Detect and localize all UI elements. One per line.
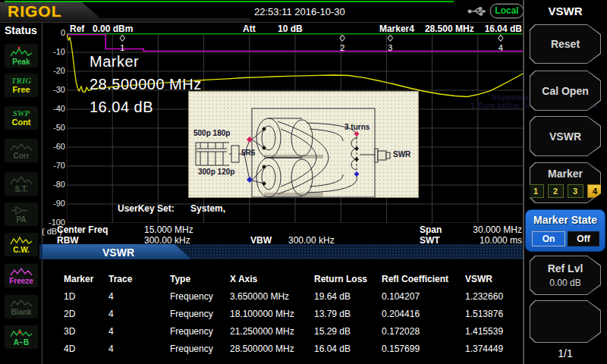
marker-readout-label: Marker4 <box>379 24 414 34</box>
function-banner: VSWR <box>39 244 524 259</box>
col-return-loss: Return Loss <box>314 274 367 284</box>
col-type: Type <box>170 274 190 284</box>
y-axis-tick: -20 <box>42 66 65 75</box>
marker-readout-amp: 16.04 dB <box>485 24 522 34</box>
marker-2-button[interactable]: 2 <box>548 184 564 198</box>
menu-title: VSWR <box>524 5 607 17</box>
y-axis-tick: -80 <box>42 180 65 189</box>
inset-turns-label: 3 turns <box>344 123 370 131</box>
inset-cap-bottom-label: 300p 120p <box>198 168 234 176</box>
ref-lvl-value: 0.00 dB <box>549 278 580 288</box>
status-trigger: TRIG Free <box>5 74 38 97</box>
center-freq-value: 15.000 MHz <box>144 224 193 235</box>
y-axis-tick: -90 <box>42 199 65 208</box>
preamp-icon <box>10 206 33 215</box>
waveform-ab-icon <box>10 328 33 338</box>
instrument-screen: RIGOL 22:53:11 2016-10-30 Local Status <box>0 0 607 364</box>
menu-divider <box>523 0 524 364</box>
col-xaxis: X Axis <box>230 274 257 284</box>
userkey-note: UserKey Set: System, <box>118 203 225 214</box>
marker-1-button[interactable]: 1 <box>528 184 544 198</box>
waveform-corr-icon <box>10 142 33 152</box>
status-pa: PA <box>5 202 38 226</box>
status-peak: Peak <box>5 44 38 67</box>
marker-readout: Marker4 28.500 MHz 16.04 dB <box>379 24 522 34</box>
waveform-cw-icon <box>10 236 33 246</box>
marker-overlay: Marker 28.500000 MHz 16.04 dB <box>90 53 202 121</box>
marker-readout-freq: 28.500 MHz <box>425 24 474 34</box>
marker-button[interactable]: Marker 1 2 3 4 <box>530 162 601 203</box>
top-accent-line <box>5 1 454 2</box>
waveform-st-icon <box>10 175 33 185</box>
marker-overlay-freq: 28.500000 MHz <box>90 76 202 93</box>
svg-text:3: 3 <box>388 43 392 52</box>
svg-text:4: 4 <box>498 43 503 52</box>
usb-icon <box>467 6 487 20</box>
marker-4-button[interactable]: 4 <box>587 184 603 198</box>
waveform-freeze-icon <box>10 267 33 277</box>
menu-page-indicator: 1/1 <box>530 347 601 359</box>
svg-text:2: 2 <box>340 43 344 52</box>
vswr-button[interactable]: VSWR <box>530 116 601 156</box>
userkey-value: System, <box>190 203 225 214</box>
y-axis-tick: -60 <box>42 142 65 151</box>
status-title: Status <box>5 24 37 36</box>
status-freeze: Freeze <box>5 264 38 287</box>
status-ab-label: A−B <box>14 339 29 347</box>
schematic-drawing <box>188 91 419 198</box>
svg-text:1: 1 <box>120 43 124 52</box>
cal-open-button[interactable]: Cal Open <box>530 71 601 111</box>
sweep-mode: Cont <box>11 118 30 127</box>
marker-state-on[interactable]: On <box>532 231 565 246</box>
top-bar-edge <box>0 22 524 23</box>
trig-mode: Free <box>12 86 30 94</box>
span-value: 30.000 MHz <box>473 224 522 235</box>
status-corr-label: Corr <box>13 152 29 160</box>
status-cw-label: C.W. <box>13 246 30 254</box>
marker-state-button[interactable]: Marker State On Off <box>525 209 605 252</box>
empty-softkey[interactable] <box>530 300 601 343</box>
status-freeze-label: Freeze <box>9 278 33 285</box>
status-peak-label: Peak <box>12 58 30 66</box>
status-corr: Corr <box>5 139 38 162</box>
local-mode-badge[interactable]: Local <box>490 4 524 18</box>
attenuation-value: 10 dB <box>278 24 303 34</box>
y-axis-tick: -50 <box>42 123 65 132</box>
marker-overlay-title: Marker <box>90 53 202 71</box>
ref-level-label: Ref <box>70 24 84 34</box>
status-blank: Blank <box>5 295 38 318</box>
status-sidebar: Status Peak TRIG Free SWP Cont Corr <box>0 23 42 364</box>
y-axis-tick: -30 <box>42 85 65 94</box>
col-refl-coeff: Refl Coefficient <box>382 274 448 284</box>
status-cw: C.W. <box>5 233 38 256</box>
marker-state-off[interactable]: Off <box>568 231 599 246</box>
center-freq-label: Center Freq <box>57 224 108 235</box>
swp-label: SWP <box>13 109 30 118</box>
waveform-peak-icon <box>10 46 33 58</box>
schematic-inset: Impedance ratio 9 ÷ 1 1 Turn bifilar 50 … <box>188 91 419 198</box>
attenuation-label: Att <box>243 24 256 34</box>
inset-output-label: SWR <box>393 150 410 158</box>
reset-button[interactable]: Reset <box>530 24 601 64</box>
inset-cap-top-label: 500p 180p <box>193 129 230 137</box>
waveform-blank-icon <box>10 298 33 308</box>
status-st: S.T. <box>5 172 38 196</box>
top-bar: RIGOL 22:53:11 2016-10-30 Local <box>0 0 607 23</box>
inset-resistor-label: 5R6 <box>241 149 255 157</box>
span-label: Span <box>420 224 442 235</box>
ref-lvl-button[interactable]: Ref Lvl 0.00 dB <box>530 256 601 295</box>
banner-title: VSWR <box>102 246 134 259</box>
marker-state-label: Marker State <box>526 214 605 226</box>
status-sweep: SWP Cont <box>5 106 38 130</box>
y-axis-labels: 0-10-20-30-40-50-60-70-80-90-100 <box>42 0 65 235</box>
status-st-label: S.T. <box>14 186 27 193</box>
trig-label: TRIG <box>11 77 31 85</box>
marker-overlay-amp: 16.04 dB <box>90 99 202 116</box>
col-marker: Marker <box>64 274 93 284</box>
col-trace: Trace <box>109 274 132 284</box>
userkey-label: UserKey Set: <box>118 203 175 214</box>
col-vswr: VSWR <box>465 274 492 284</box>
status-ab: A−B <box>5 325 38 349</box>
marker-3-button[interactable]: 3 <box>568 184 583 198</box>
y-axis-tick: -40 <box>42 104 65 113</box>
